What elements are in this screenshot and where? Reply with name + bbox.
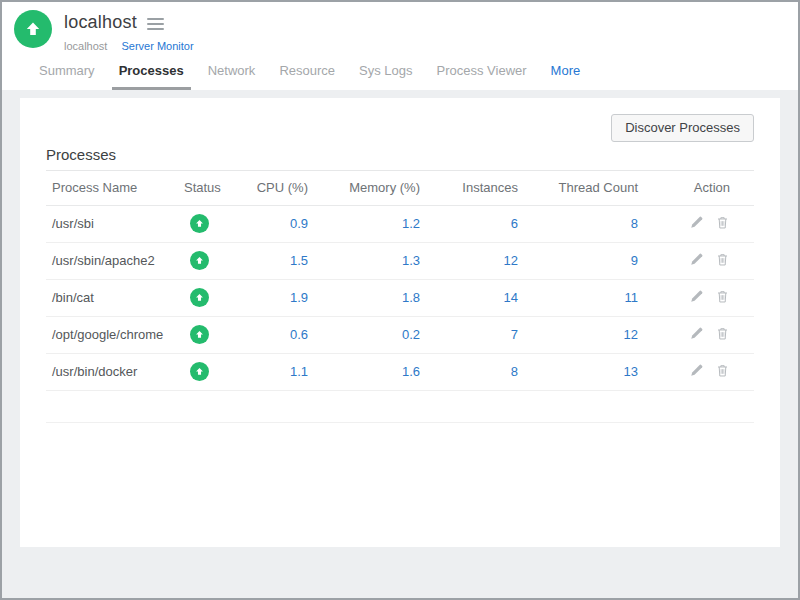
col-instances: Instances bbox=[420, 171, 518, 205]
edit-icon[interactable] bbox=[689, 215, 704, 230]
server-status-icon bbox=[14, 10, 52, 48]
table-row: /usr/bin/docker 1.1 1.6 8 13 bbox=[46, 353, 754, 390]
status-up-icon bbox=[190, 214, 209, 233]
process-name: /opt/google/chrome bbox=[46, 316, 181, 353]
cpu-value[interactable]: 0.6 bbox=[251, 316, 308, 353]
breadcrumb-server-monitor-link[interactable]: Server Monitor bbox=[121, 40, 193, 52]
delete-icon[interactable] bbox=[715, 326, 730, 341]
tab-more[interactable]: More bbox=[544, 63, 588, 90]
col-action: Action bbox=[638, 171, 754, 205]
process-name: /usr/sbi bbox=[46, 205, 181, 242]
status-up-icon bbox=[190, 288, 209, 307]
table-row: /usr/sbi 0.9 1.2 6 8 bbox=[46, 205, 754, 242]
status-up-icon bbox=[190, 362, 209, 381]
delete-icon[interactable] bbox=[715, 252, 730, 267]
edit-icon[interactable] bbox=[689, 326, 704, 341]
edit-icon[interactable] bbox=[689, 289, 704, 304]
memory-value[interactable]: 0.2 bbox=[308, 316, 420, 353]
threads-value[interactable]: 13 bbox=[518, 353, 638, 390]
cpu-value[interactable]: 1.1 bbox=[251, 353, 308, 390]
table-row: /usr/sbin/apache2 1.5 1.3 12 9 bbox=[46, 242, 754, 279]
monitor-header: localhost localhost Server Monitor bbox=[2, 2, 798, 58]
threads-value[interactable]: 11 bbox=[518, 279, 638, 316]
col-memory: Memory (%) bbox=[308, 171, 420, 205]
instances-value[interactable]: 14 bbox=[420, 279, 518, 316]
arrow-up-icon bbox=[23, 19, 43, 39]
tab-processes[interactable]: Processes bbox=[112, 63, 191, 90]
status-up-icon bbox=[190, 251, 209, 270]
tab-bar: Summary Processes Network Resource Sys L… bbox=[2, 58, 798, 90]
col-process-name: Process Name bbox=[46, 171, 181, 205]
tab-process-viewer[interactable]: Process Viewer bbox=[430, 63, 534, 90]
breadcrumb: localhost Server Monitor bbox=[64, 40, 194, 52]
tab-summary[interactable]: Summary bbox=[32, 63, 102, 90]
table-row: /opt/google/chrome 0.6 0.2 7 12 bbox=[46, 316, 754, 353]
threads-value[interactable]: 9 bbox=[518, 242, 638, 279]
instances-value[interactable]: 7 bbox=[420, 316, 518, 353]
instances-value[interactable]: 12 bbox=[420, 242, 518, 279]
tab-network[interactable]: Network bbox=[201, 63, 263, 90]
col-thread-count: Thread Count bbox=[518, 171, 638, 205]
edit-icon[interactable] bbox=[689, 252, 704, 267]
app-window: localhost localhost Server Monitor Summa… bbox=[0, 0, 800, 600]
discover-processes-button[interactable]: Discover Processes bbox=[611, 114, 754, 142]
status-up-icon bbox=[190, 325, 209, 344]
memory-value[interactable]: 1.8 bbox=[308, 279, 420, 316]
process-name: /usr/sbin/apache2 bbox=[46, 242, 181, 279]
page-title: localhost bbox=[64, 12, 137, 33]
delete-icon[interactable] bbox=[715, 363, 730, 378]
table-row: /bin/cat 1.9 1.8 14 11 bbox=[46, 279, 754, 316]
tab-resource[interactable]: Resource bbox=[272, 63, 342, 90]
empty-row bbox=[46, 390, 754, 422]
instances-value[interactable]: 8 bbox=[420, 353, 518, 390]
breadcrumb-host: localhost bbox=[64, 40, 107, 52]
hamburger-menu-icon[interactable] bbox=[147, 16, 164, 30]
tab-sys-logs[interactable]: Sys Logs bbox=[352, 63, 419, 90]
col-cpu: CPU (%) bbox=[251, 171, 308, 205]
delete-icon[interactable] bbox=[715, 289, 730, 304]
threads-value[interactable]: 12 bbox=[518, 316, 638, 353]
delete-icon[interactable] bbox=[715, 215, 730, 230]
processes-table: Process Name Status CPU (%) Memory (%) I… bbox=[46, 171, 754, 423]
cpu-value[interactable]: 0.9 bbox=[251, 205, 308, 242]
cpu-value[interactable]: 1.9 bbox=[251, 279, 308, 316]
edit-icon[interactable] bbox=[689, 363, 704, 378]
section-title: Processes bbox=[46, 146, 754, 171]
process-name: /bin/cat bbox=[46, 279, 181, 316]
table-header-row: Process Name Status CPU (%) Memory (%) I… bbox=[46, 171, 754, 205]
process-name: /usr/bin/docker bbox=[46, 353, 181, 390]
col-status: Status bbox=[181, 171, 251, 205]
memory-value[interactable]: 1.2 bbox=[308, 205, 420, 242]
instances-value[interactable]: 6 bbox=[420, 205, 518, 242]
memory-value[interactable]: 1.6 bbox=[308, 353, 420, 390]
page-background: Discover Processes Processes Process Nam… bbox=[2, 90, 798, 598]
processes-panel: Discover Processes Processes Process Nam… bbox=[20, 98, 780, 547]
memory-value[interactable]: 1.3 bbox=[308, 242, 420, 279]
threads-value[interactable]: 8 bbox=[518, 205, 638, 242]
cpu-value[interactable]: 1.5 bbox=[251, 242, 308, 279]
